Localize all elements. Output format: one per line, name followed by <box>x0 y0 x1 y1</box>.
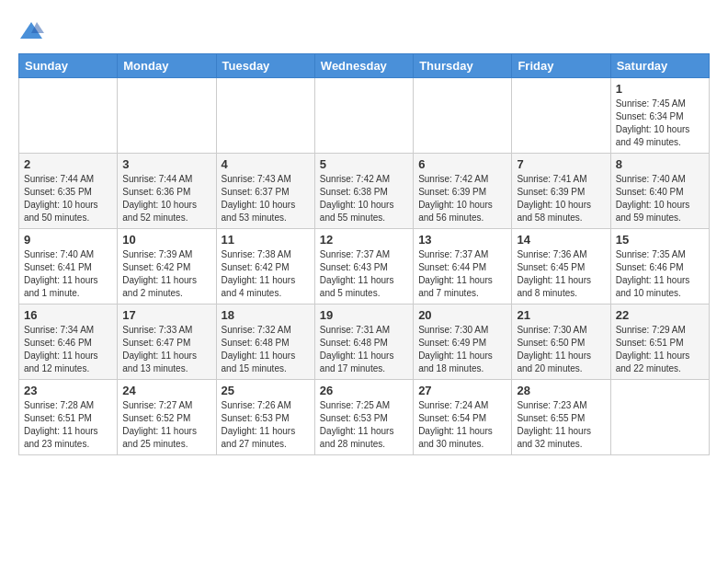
day-info: Sunrise: 7:26 AM Sunset: 6:53 PM Dayligh… <box>222 399 310 451</box>
day-info: Sunrise: 7:31 AM Sunset: 6:48 PM Dayligh… <box>320 324 408 375</box>
day-number: 22 <box>616 308 704 322</box>
calendar-cell <box>414 78 512 154</box>
day-number: 8 <box>616 157 704 171</box>
day-info: Sunrise: 7:27 AM Sunset: 6:52 PM Dayligh… <box>122 399 210 451</box>
weekday-header: Friday <box>512 54 610 78</box>
calendar-week-row: 9Sunrise: 7:40 AM Sunset: 6:41 PM Daylig… <box>19 229 710 304</box>
calendar-cell: 3Sunrise: 7:44 AM Sunset: 6:36 PM Daylig… <box>118 154 216 229</box>
day-info: Sunrise: 7:36 AM Sunset: 6:45 PM Dayligh… <box>517 248 605 300</box>
day-info: Sunrise: 7:37 AM Sunset: 6:43 PM Dayligh… <box>320 248 408 300</box>
calendar-cell: 10Sunrise: 7:39 AM Sunset: 6:42 PM Dayli… <box>118 229 216 304</box>
calendar-cell: 27Sunrise: 7:24 AM Sunset: 6:54 PM Dayli… <box>414 380 512 455</box>
calendar-cell: 7Sunrise: 7:41 AM Sunset: 6:39 PM Daylig… <box>512 154 610 229</box>
day-info: Sunrise: 7:30 AM Sunset: 6:50 PM Dayligh… <box>517 324 605 375</box>
day-info: Sunrise: 7:40 AM Sunset: 6:40 PM Dayligh… <box>616 173 704 224</box>
day-info: Sunrise: 7:42 AM Sunset: 6:38 PM Dayligh… <box>320 173 408 224</box>
calendar-cell: 1Sunrise: 7:45 AM Sunset: 6:34 PM Daylig… <box>610 78 709 154</box>
day-number: 15 <box>616 233 704 247</box>
calendar-cell: 20Sunrise: 7:30 AM Sunset: 6:49 PM Dayli… <box>414 304 512 380</box>
day-number: 13 <box>418 233 506 247</box>
day-number: 6 <box>418 157 506 171</box>
calendar-cell: 21Sunrise: 7:30 AM Sunset: 6:50 PM Dayli… <box>512 304 610 380</box>
day-number: 1 <box>616 82 704 96</box>
day-info: Sunrise: 7:39 AM Sunset: 6:42 PM Dayligh… <box>122 248 210 300</box>
calendar-cell: 18Sunrise: 7:32 AM Sunset: 6:48 PM Dayli… <box>216 304 314 380</box>
calendar-cell: 19Sunrise: 7:31 AM Sunset: 6:48 PM Dayli… <box>314 304 413 380</box>
day-number: 4 <box>222 157 310 171</box>
calendar-cell: 24Sunrise: 7:27 AM Sunset: 6:52 PM Dayli… <box>118 380 216 455</box>
day-number: 25 <box>222 384 310 397</box>
calendar-cell: 22Sunrise: 7:29 AM Sunset: 6:51 PM Dayli… <box>610 304 709 380</box>
day-number: 21 <box>517 308 605 322</box>
day-number: 19 <box>320 308 408 322</box>
page-header <box>18 18 710 44</box>
calendar-week-row: 16Sunrise: 7:34 AM Sunset: 6:46 PM Dayli… <box>19 304 710 380</box>
logo <box>18 18 48 44</box>
day-info: Sunrise: 7:44 AM Sunset: 6:36 PM Dayligh… <box>122 173 210 224</box>
calendar-cell <box>118 78 216 154</box>
calendar-cell: 2Sunrise: 7:44 AM Sunset: 6:35 PM Daylig… <box>19 154 118 229</box>
weekday-header: Saturday <box>610 54 709 78</box>
calendar-cell: 8Sunrise: 7:40 AM Sunset: 6:40 PM Daylig… <box>610 154 709 229</box>
day-number: 26 <box>320 384 408 397</box>
day-info: Sunrise: 7:40 AM Sunset: 6:41 PM Dayligh… <box>24 248 112 300</box>
calendar-cell: 23Sunrise: 7:28 AM Sunset: 6:51 PM Dayli… <box>19 380 118 455</box>
logo-icon <box>18 18 44 44</box>
calendar-cell: 13Sunrise: 7:37 AM Sunset: 6:44 PM Dayli… <box>414 229 512 304</box>
day-info: Sunrise: 7:37 AM Sunset: 6:44 PM Dayligh… <box>418 248 506 300</box>
calendar-cell: 6Sunrise: 7:42 AM Sunset: 6:39 PM Daylig… <box>414 154 512 229</box>
weekday-header: Tuesday <box>216 54 314 78</box>
calendar-cell <box>610 380 709 455</box>
calendar-cell: 5Sunrise: 7:42 AM Sunset: 6:38 PM Daylig… <box>314 154 413 229</box>
day-info: Sunrise: 7:23 AM Sunset: 6:55 PM Dayligh… <box>517 399 605 451</box>
weekday-header: Monday <box>118 54 216 78</box>
calendar-week-row: 23Sunrise: 7:28 AM Sunset: 6:51 PM Dayli… <box>19 380 710 455</box>
day-info: Sunrise: 7:41 AM Sunset: 6:39 PM Dayligh… <box>517 173 605 224</box>
day-number: 24 <box>122 384 210 397</box>
calendar-cell <box>512 78 610 154</box>
calendar-cell: 11Sunrise: 7:38 AM Sunset: 6:42 PM Dayli… <box>216 229 314 304</box>
calendar-table: SundayMondayTuesdayWednesdayThursdayFrid… <box>18 53 710 455</box>
day-number: 18 <box>222 308 310 322</box>
calendar-cell: 14Sunrise: 7:36 AM Sunset: 6:45 PM Dayli… <box>512 229 610 304</box>
day-info: Sunrise: 7:33 AM Sunset: 6:47 PM Dayligh… <box>122 324 210 375</box>
day-info: Sunrise: 7:35 AM Sunset: 6:46 PM Dayligh… <box>616 248 704 300</box>
day-number: 3 <box>122 157 210 171</box>
calendar-week-row: 2Sunrise: 7:44 AM Sunset: 6:35 PM Daylig… <box>19 154 710 229</box>
day-info: Sunrise: 7:44 AM Sunset: 6:35 PM Dayligh… <box>24 173 112 224</box>
calendar-cell: 17Sunrise: 7:33 AM Sunset: 6:47 PM Dayli… <box>118 304 216 380</box>
calendar-cell <box>19 78 118 154</box>
day-number: 12 <box>320 233 408 247</box>
weekday-header: Wednesday <box>314 54 413 78</box>
day-number: 10 <box>122 233 210 247</box>
day-info: Sunrise: 7:43 AM Sunset: 6:37 PM Dayligh… <box>222 173 310 224</box>
day-number: 5 <box>320 157 408 171</box>
day-info: Sunrise: 7:30 AM Sunset: 6:49 PM Dayligh… <box>418 324 506 375</box>
day-number: 23 <box>24 384 112 397</box>
day-info: Sunrise: 7:32 AM Sunset: 6:48 PM Dayligh… <box>222 324 310 375</box>
day-info: Sunrise: 7:34 AM Sunset: 6:46 PM Dayligh… <box>24 324 112 375</box>
calendar-cell: 16Sunrise: 7:34 AM Sunset: 6:46 PM Dayli… <box>19 304 118 380</box>
weekday-header-row: SundayMondayTuesdayWednesdayThursdayFrid… <box>19 54 710 78</box>
day-number: 2 <box>24 157 112 171</box>
calendar-cell: 9Sunrise: 7:40 AM Sunset: 6:41 PM Daylig… <box>19 229 118 304</box>
calendar-cell <box>314 78 413 154</box>
calendar-cell: 15Sunrise: 7:35 AM Sunset: 6:46 PM Dayli… <box>610 229 709 304</box>
calendar-cell: 12Sunrise: 7:37 AM Sunset: 6:43 PM Dayli… <box>314 229 413 304</box>
day-number: 27 <box>418 384 506 397</box>
day-info: Sunrise: 7:29 AM Sunset: 6:51 PM Dayligh… <box>616 324 704 375</box>
calendar-cell: 25Sunrise: 7:26 AM Sunset: 6:53 PM Dayli… <box>216 380 314 455</box>
calendar-cell <box>216 78 314 154</box>
day-number: 14 <box>517 233 605 247</box>
calendar-cell: 4Sunrise: 7:43 AM Sunset: 6:37 PM Daylig… <box>216 154 314 229</box>
day-info: Sunrise: 7:24 AM Sunset: 6:54 PM Dayligh… <box>418 399 506 451</box>
day-info: Sunrise: 7:38 AM Sunset: 6:42 PM Dayligh… <box>222 248 310 300</box>
day-number: 20 <box>418 308 506 322</box>
calendar-cell: 28Sunrise: 7:23 AM Sunset: 6:55 PM Dayli… <box>512 380 610 455</box>
day-info: Sunrise: 7:42 AM Sunset: 6:39 PM Dayligh… <box>418 173 506 224</box>
day-number: 7 <box>517 157 605 171</box>
weekday-header: Sunday <box>19 54 118 78</box>
day-number: 16 <box>24 308 112 322</box>
day-info: Sunrise: 7:25 AM Sunset: 6:53 PM Dayligh… <box>320 399 408 451</box>
day-info: Sunrise: 7:28 AM Sunset: 6:51 PM Dayligh… <box>24 399 112 451</box>
